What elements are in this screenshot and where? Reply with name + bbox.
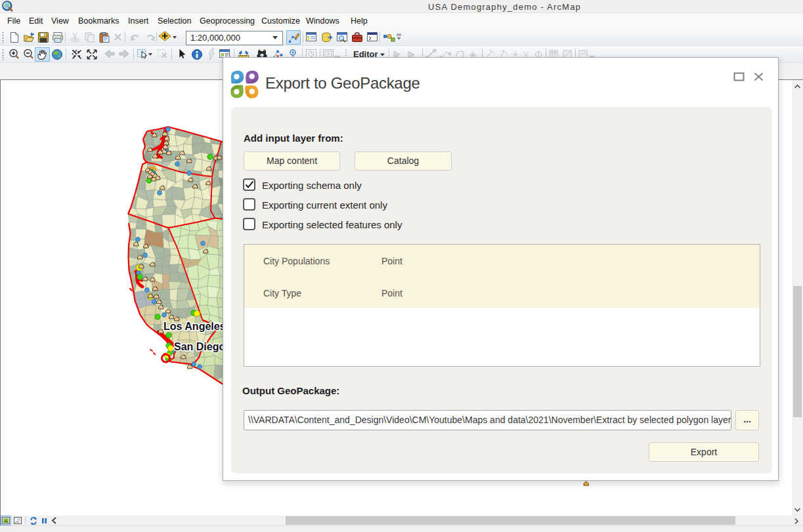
svg-text:1:20,000,000: 1:20,000,000 bbox=[190, 33, 240, 43]
svg-text:San Diego: San Diego bbox=[174, 341, 225, 352]
svg-text:Los Angeles: Los Angeles bbox=[163, 321, 226, 332]
